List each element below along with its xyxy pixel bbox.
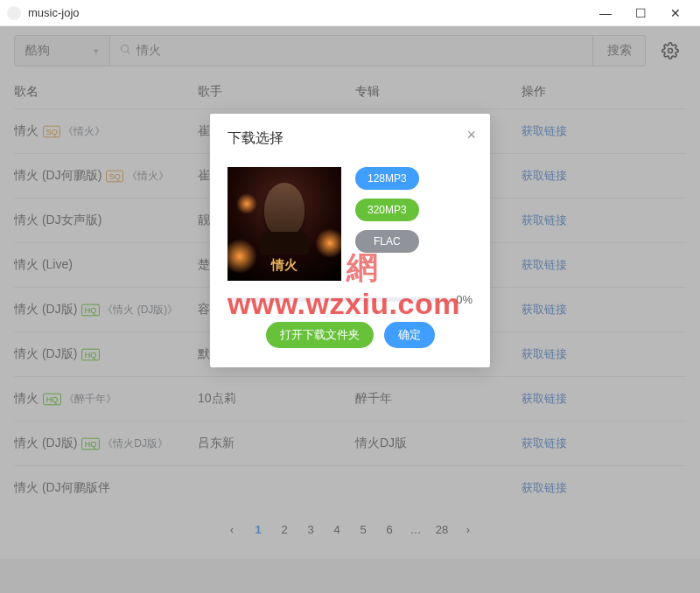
quality-list: 128MP3320MP3FLAC	[355, 167, 419, 281]
open-folder-button[interactable]: 打开下载文件夹	[266, 322, 374, 348]
cover-title: 情火	[271, 257, 298, 274]
titlebar: music-jojo — ☐ ✕	[0, 0, 700, 26]
quality-128MP3[interactable]: 128MP3	[355, 167, 419, 190]
album-cover: 情火	[228, 167, 341, 281]
quality-FLAC[interactable]: FLAC	[355, 230, 419, 253]
quality-320MP3[interactable]: 320MP3	[355, 199, 419, 221]
app-icon	[7, 6, 21, 20]
download-modal: 下载选择 × 情火 128MP3320MP3FLAC 0% 打开下载文件夹 确定	[210, 114, 490, 367]
maximize-button[interactable]: ☐	[623, 0, 658, 26]
close-button[interactable]: ✕	[658, 0, 693, 26]
progress: 0%	[228, 293, 472, 306]
modal-title: 下载选择	[228, 129, 472, 148]
confirm-button[interactable]: 确定	[384, 322, 435, 348]
minimize-button[interactable]: —	[588, 0, 623, 26]
progress-bar	[228, 297, 449, 302]
window-title: music-jojo	[28, 6, 588, 19]
progress-text: 0%	[456, 293, 472, 306]
modal-overlay: 下载选择 × 情火 128MP3320MP3FLAC 0% 打开下载文件夹 确定	[0, 26, 700, 593]
modal-close-button[interactable]: ×	[466, 126, 476, 144]
